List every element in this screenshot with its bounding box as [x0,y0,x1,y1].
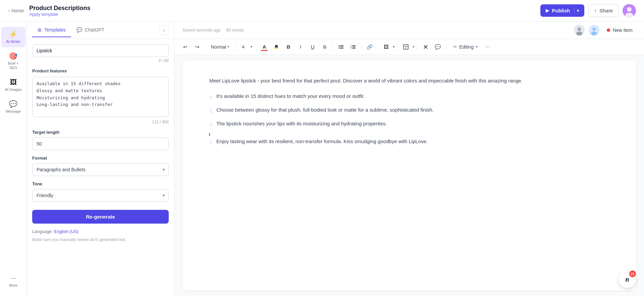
text-style-select[interactable]: Normal ▾ [208,43,232,51]
bullet-item-1: ·: It's available in 15 distinct hues to… [209,92,609,102]
bullet-item-2: ·: Choose between glossy for that plush,… [209,106,609,115]
editor-toolbar: ↩ ↪ Normal ▾ ≡ ▾ A B I U S [174,39,644,55]
image-button[interactable]: 🖼 [381,42,391,52]
message-icon: 💬 [9,100,17,108]
bullet-text-2: Choose between glossy for that plush, fu… [216,106,434,114]
publish-button[interactable]: ▶ Publish ▾ [540,4,584,17]
svg-point-13 [339,48,340,49]
sidebar-item-more[interactable]: ··· More [1,271,25,291]
sidebar-item-ai-writer[interactable]: ⚡ AI Writer [1,27,25,47]
italic-button[interactable]: I [295,42,306,52]
tone-select[interactable]: Friendly Professional Casual Formal [32,189,169,202]
table-chevron-icon: ▾ [413,45,415,49]
sidebar-item-ai-images[interactable]: 🖼 AI Images [1,75,25,95]
share-button[interactable]: ↑ Share [588,4,619,17]
editor-content[interactable]: Meet LipLove lipstick - your best friend… [182,60,636,291]
bullet-text-4: Enjoy lasting wear with its resilient, n… [216,137,428,146]
sidebar-item-label-ai-writer: AI Writer [6,40,20,44]
table-button[interactable] [400,42,411,52]
svg-point-9 [339,45,340,46]
bullet-item-3: ·: The lipstick nourishes your lips with… [209,119,609,129]
toolbar-divider-2 [235,44,235,50]
features-char-count: 115 / 900 [32,120,169,124]
underline-button[interactable]: U [307,42,318,52]
editor-actions: New Item [574,25,636,36]
product-name-input[interactable] [32,44,169,57]
notification-count: 21 [629,271,636,277]
sidebar-item-label-message: Message [6,109,21,114]
clear-formatting-button[interactable] [420,42,431,52]
regenerate-button[interactable]: Re-generate [32,210,169,224]
page-title-block: Product Descriptions Apply template [29,5,90,17]
target-length-label: Target length [32,130,169,135]
main-body: ⚡ AI Writer 🎯 Brief + SEO 🖼 AI Images 💬 … [0,21,644,296]
publish-caret-icon: ▾ [574,8,579,13]
editing-mode-select[interactable]: ✏ Editing ▾ [450,43,481,51]
tone-row: Tone Friendly Professional Casual Formal… [32,181,169,202]
bullet-icon-4: ·: [209,138,212,147]
play-icon: ▶ [546,8,549,13]
toolbar-divider-4 [333,44,333,50]
user-avatar[interactable] [623,4,636,17]
format-select[interactable]: Paragraphs and Bullets Paragraphs only B… [32,163,169,176]
bullet-item-4: ·: Enjoy lasting wear with its resilient… [209,137,609,147]
sidebar-item-message[interactable]: 💬 Message [1,97,25,117]
format-label: Format [32,156,169,161]
tab-chatgpt[interactable]: 💬 ChatGPT [71,23,110,37]
comment-button[interactable]: 💬 [432,42,443,52]
home-label: Home [11,8,24,13]
bullet-icon-2: ·: [209,106,212,115]
templates-tab-label: Templates [44,27,66,33]
svg-point-7 [592,27,596,31]
brief-seo-icon: 🎯 [9,52,17,60]
home-link[interactable]: ‹ Home [8,8,24,13]
text-cursor [209,133,609,136]
image-chevron-icon: ▾ [393,45,395,49]
panel-collapse-button[interactable]: ‹ [159,25,169,35]
templates-tab-icon: ⊞ [38,27,42,33]
tone-select-wrap: Friendly Professional Casual Formal ▾ [32,189,169,202]
toolbar-divider-9 [446,44,446,50]
product-features-input[interactable]: Available in 15 different shades Glossy … [32,77,169,117]
highlight-button[interactable] [271,42,282,52]
toolbar-divider-3 [256,44,256,50]
editor-intro-paragraph: Meet LipLove lipstick - your best friend… [209,76,609,85]
numbered-list-button[interactable]: 1.2.3. [348,42,359,52]
notification-icon: n [625,276,629,283]
product-char-count: 8 / 80 [32,58,169,63]
bold-button[interactable]: B [283,42,294,52]
editor-topbar: Saved seconds ago 80 words New Item [174,21,644,39]
language-row: Language: English (US) [32,229,169,234]
target-length-input[interactable] [32,137,169,150]
alignment-chevron-icon: ▾ [251,45,253,49]
language-label: Language: [32,229,54,234]
notification-badge[interactable]: n 21 [619,271,636,288]
redo-button[interactable]: ↪ [192,42,203,52]
svg-rect-10 [340,45,343,46]
publish-label: Publish [552,8,570,13]
toolbar-divider-6 [378,44,378,50]
toolbar-divider-1 [205,44,206,50]
chatgpt-tab-label: ChatGPT [85,27,104,33]
style-chevron-icon: ▾ [227,45,229,49]
text-color-button[interactable]: A [259,42,270,52]
tab-templates[interactable]: ⊞ Templates [32,23,71,37]
strikethrough-button[interactable]: S [319,42,330,52]
product-features-label: Product features [32,68,169,73]
language-value[interactable]: English (US) [54,229,78,234]
bullet-list-button[interactable] [336,42,346,52]
svg-point-11 [339,46,340,47]
svg-rect-12 [340,47,343,47]
header-left: ‹ Home Product Descriptions Apply templa… [8,5,90,17]
sidebar-item-brief-seo[interactable]: 🎯 Brief + SEO [1,49,25,73]
alignment-button[interactable]: ≡ [238,42,249,52]
chevron-left-icon: ‹ [8,8,9,13]
undo-button[interactable]: ↩ [180,42,191,52]
chatgpt-tab-icon: 💬 [76,27,82,33]
svg-text:3.: 3. [351,47,352,49]
apply-template-link[interactable]: Apply template [29,12,90,17]
link-button[interactable]: 🔗 [364,42,375,52]
new-item-button[interactable]: New Item [603,25,636,35]
editing-chevron-icon: ▾ [476,45,478,49]
toolbar-more-button[interactable]: ··· [482,42,493,52]
